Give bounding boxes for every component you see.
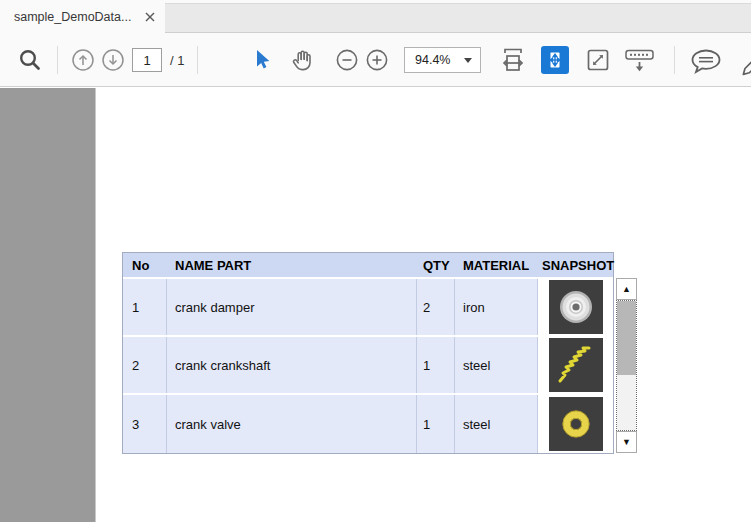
document-background: No NAME PART QTY MATERIAL SNAPSHOT 1 cra… (0, 88, 751, 522)
toolbar: / 1 94.4% (0, 33, 751, 87)
pencil-icon[interactable] (735, 46, 751, 76)
cell-no: 3 (123, 395, 167, 453)
scroll-down-icon: ▼ (622, 437, 631, 447)
cell-material: steel (455, 337, 538, 393)
chevron-down-icon (464, 58, 472, 63)
fit-page-icon[interactable] (541, 46, 569, 74)
parts-table: No NAME PART QTY MATERIAL SNAPSHOT 1 cra… (122, 252, 614, 454)
header-name-part: NAME PART (167, 253, 417, 277)
cell-snapshot (538, 337, 613, 393)
table-scrollbar[interactable]: ▲ ▼ (616, 278, 637, 453)
scrollbar-track-lower[interactable] (617, 375, 636, 430)
cell-material: iron (455, 279, 538, 335)
cell-name-part: crank damper (167, 279, 417, 335)
zoom-out-button[interactable] (335, 48, 359, 72)
cell-no: 1 (123, 279, 167, 335)
close-icon[interactable] (142, 9, 158, 25)
cell-snapshot (538, 395, 613, 453)
select-tool-icon[interactable] (251, 48, 271, 70)
zoom-level-value: 94.4% (405, 53, 464, 67)
cell-qty: 1 (417, 337, 455, 393)
fit-width-icon[interactable] (499, 46, 527, 74)
scrollbar-track[interactable] (616, 300, 637, 431)
search-icon[interactable] (17, 47, 43, 73)
cell-material: steel (455, 395, 538, 453)
header-material: MATERIAL (455, 253, 538, 277)
cell-snapshot (538, 279, 613, 335)
table-row: 1 crank damper 2 iron (123, 279, 613, 337)
scroll-up-icon: ▲ (622, 284, 631, 294)
snapshot-damper-image (549, 280, 603, 334)
cell-name-part: crank crankshaft (167, 337, 417, 393)
scrollbar-down-button[interactable]: ▼ (616, 431, 637, 453)
document-tab[interactable]: sample_DemoData... (0, 0, 165, 33)
fullscreen-icon[interactable] (584, 46, 612, 74)
cell-name-part: crank valve (167, 395, 417, 453)
cell-qty: 1 (417, 395, 455, 453)
toolbar-divider (197, 46, 198, 74)
toolbar-divider (674, 46, 675, 74)
page-number-input[interactable] (132, 48, 162, 72)
toolbar-divider (57, 46, 58, 74)
table-row: 2 crank crankshaft 1 steel (123, 337, 613, 395)
snapshot-crankshaft-image (549, 338, 603, 392)
page-total-label: / 1 (170, 33, 184, 87)
hide-toolbar-icon[interactable] (623, 46, 657, 74)
header-qty: QTY (417, 253, 455, 277)
next-page-button[interactable] (101, 48, 125, 72)
hand-tool-icon[interactable] (290, 47, 314, 73)
tab-bar: sample_DemoData... (0, 0, 751, 33)
header-no: No (123, 253, 167, 277)
cell-no: 2 (123, 337, 167, 393)
pdf-viewer-window: sample_DemoData... / 1 (0, 0, 751, 522)
previous-page-button[interactable] (71, 48, 95, 72)
zoom-level-dropdown[interactable]: 94.4% (404, 47, 481, 73)
tab-strip (165, 3, 751, 33)
snapshot-valve-image (549, 397, 603, 451)
scrollbar-up-button[interactable]: ▲ (616, 278, 637, 300)
header-snapshot: SNAPSHOT (538, 253, 613, 277)
comment-icon[interactable] (688, 46, 724, 76)
cell-qty: 2 (417, 279, 455, 335)
table-header-row: No NAME PART QTY MATERIAL SNAPSHOT (123, 253, 613, 279)
scrollbar-thumb[interactable] (617, 301, 636, 375)
zoom-in-button[interactable] (365, 48, 389, 72)
table-row: 3 crank valve 1 steel (123, 395, 613, 453)
tab-title: sample_DemoData... (14, 10, 131, 24)
